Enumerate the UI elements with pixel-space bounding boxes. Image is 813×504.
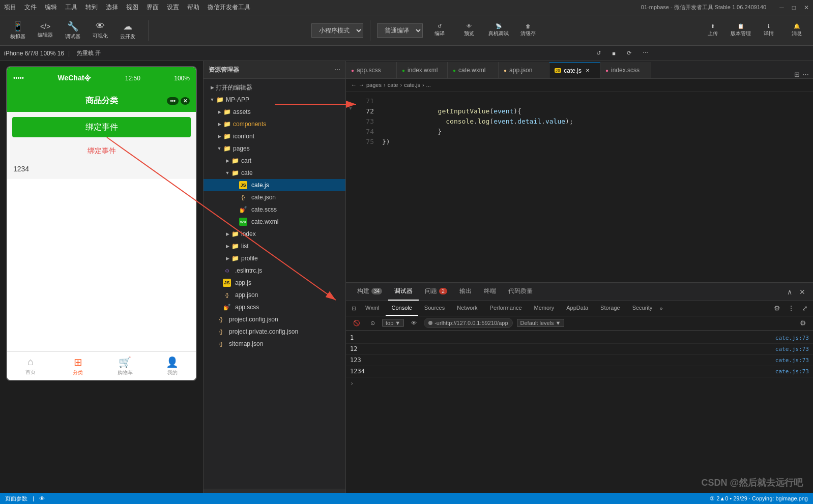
console-src-1[interactable]: cate.js:73: [775, 335, 809, 341]
performance-tab[interactable]: Performance: [484, 301, 528, 316]
quality-tab[interactable]: 代码质量: [502, 283, 539, 301]
menu-item-help[interactable]: 帮助: [187, 3, 199, 12]
cate-folder[interactable]: ▼ 📁 cate: [204, 167, 345, 179]
notification-button[interactable]: 🔔 消息: [785, 18, 808, 43]
build-tab[interactable]: 构建 34: [351, 283, 388, 301]
appdata-tab[interactable]: AppData: [560, 301, 594, 316]
more-devtools-btn[interactable]: »: [659, 305, 662, 311]
breadcrumb-back[interactable]: ←: [351, 82, 357, 88]
pages-folder[interactable]: ▼ 📁 pages: [204, 142, 345, 155]
compile-button[interactable]: ↺ 编译: [427, 18, 452, 43]
app-scss-file[interactable]: 💅 app.scss: [204, 301, 345, 313]
tab-index-scss[interactable]: ● index.scss: [600, 62, 651, 78]
menu-item-edit[interactable]: 编辑: [45, 3, 57, 12]
terminal-tab[interactable]: 终端: [478, 283, 502, 301]
menu-item-wechat[interactable]: 微信开发者工具: [208, 3, 250, 12]
nav-more-dots[interactable]: •••: [167, 97, 179, 105]
preview-button[interactable]: 👁 预览: [456, 18, 482, 43]
security-tab[interactable]: Security: [626, 301, 659, 316]
open-editors-item[interactable]: ▶ 打开的编辑器: [204, 81, 345, 94]
cart-folder[interactable]: ▶ 📁 cart: [204, 155, 345, 167]
sources-tab[interactable]: Sources: [418, 301, 451, 316]
console-gear-icon[interactable]: ⚙: [797, 318, 809, 328]
realtime-button[interactable]: 📡 真机调试: [486, 18, 511, 43]
phone-green-button[interactable]: 绑定事件: [12, 117, 191, 137]
compile-select[interactable]: 普通编译: [377, 23, 423, 38]
upload-button[interactable]: ⬆ 上传: [701, 18, 724, 43]
devtools-collapse-btn[interactable]: ∧: [785, 287, 795, 297]
more-tabs-btn[interactable]: ⋯: [802, 71, 809, 78]
nav-item-cart[interactable]: 🛒 购物车: [102, 352, 149, 380]
window-maximize[interactable]: □: [792, 4, 796, 11]
memory-tab[interactable]: Memory: [528, 301, 561, 316]
menu-item-view[interactable]: 视图: [126, 3, 138, 12]
tab-app-json[interactable]: ● app.json: [499, 62, 549, 78]
console-tab[interactable]: Console: [386, 301, 418, 316]
project-config-file[interactable]: {} project.config.json: [204, 313, 345, 325]
console-src-1234[interactable]: cate.js:73: [775, 368, 809, 375]
tab-app-scss[interactable]: ● app.scss: [346, 62, 397, 78]
devtools-kebab-icon[interactable]: ⋮: [785, 303, 797, 313]
assets-folder[interactable]: ▶ 📁 assets: [204, 106, 345, 118]
fold-icon[interactable]: ▼: [349, 106, 353, 116]
menu-item-select[interactable]: 选择: [106, 3, 118, 12]
cate-scss-file[interactable]: 💅 cate.scss: [204, 203, 345, 216]
devtools-expand-btn[interactable]: ✕: [797, 287, 808, 297]
menu-item-interface[interactable]: 界面: [147, 3, 159, 12]
debugger-button[interactable]: 🔧 调试器: [60, 18, 85, 43]
code-content[interactable]: getInputValue(event){ console.log(event.…: [378, 92, 813, 282]
tab-cate-wxml[interactable]: ● cate.wxml: [448, 62, 499, 78]
eslintrc-file[interactable]: ⚙ .eslintrc.js: [204, 264, 345, 277]
app-js-file[interactable]: JS app.js: [204, 277, 345, 289]
rotate-btn[interactable]: ⟳: [624, 49, 634, 57]
console-input[interactable]: [357, 380, 809, 387]
devtools-settings-icon[interactable]: ⚙: [771, 303, 783, 313]
console-filter-btn[interactable]: ⊙: [367, 319, 378, 328]
nav-item-category[interactable]: ⊞ 分类: [54, 352, 102, 380]
more-tabs-devtools[interactable]: »: [659, 305, 662, 312]
editor-button[interactable]: </> 编辑器: [33, 18, 58, 43]
menu-item-project[interactable]: 项目: [4, 3, 16, 12]
console-src-12[interactable]: cate.js:73: [775, 346, 809, 352]
tab-cate-js[interactable]: JS cate.js ✕: [549, 62, 600, 78]
split-editor-btn[interactable]: ⊞: [794, 71, 800, 78]
nav-item-mine[interactable]: 👤 我的: [149, 352, 196, 380]
details-button[interactable]: ℹ 详情: [757, 18, 780, 43]
issues-tab[interactable]: 问题 2: [419, 283, 453, 301]
devtools-undock-icon[interactable]: ⤢: [799, 303, 810, 313]
list-folder[interactable]: ▶ 📁 list: [204, 240, 345, 252]
debugger-tab[interactable]: 调试器: [388, 283, 419, 301]
mode-select[interactable]: 小程序模式: [311, 23, 363, 38]
nav-item-home[interactable]: ⌂ 首页: [7, 352, 54, 380]
tab-close-icon[interactable]: ✕: [584, 67, 591, 74]
status-view-icon[interactable]: 👁: [39, 495, 45, 501]
window-minimize[interactable]: ─: [779, 4, 784, 11]
refresh-btn[interactable]: ↺: [593, 49, 604, 57]
breadcrumb-forward[interactable]: →: [359, 82, 364, 88]
menu-item-tools[interactable]: 工具: [65, 3, 77, 12]
wxml-tab[interactable]: Wxml: [359, 301, 386, 316]
output-tab[interactable]: 输出: [453, 283, 478, 301]
hotreload-btn[interactable]: 热重载 开: [74, 48, 104, 58]
more-btn[interactable]: ⋯: [640, 49, 651, 57]
top-selector[interactable]: top ▼: [382, 319, 404, 327]
visual-button[interactable]: 👁 可视化: [88, 18, 113, 43]
stop-btn[interactable]: ■: [609, 49, 619, 57]
cate-json-file[interactable]: {} cate.json: [204, 191, 345, 203]
cate-js-file[interactable]: JS cate.js: [204, 179, 345, 191]
console-clear-btn[interactable]: 🚫: [350, 319, 363, 328]
storage-tab[interactable]: Storage: [594, 301, 626, 316]
cate-wxml-file[interactable]: WX cate.wxml: [204, 216, 345, 228]
devtools-inspect-btn[interactable]: ⊡: [349, 305, 359, 312]
network-tab[interactable]: Network: [451, 301, 483, 316]
project-root[interactable]: ▼ 📁 MP-APP: [204, 94, 345, 106]
window-close[interactable]: ✕: [804, 4, 809, 11]
iconfont-folder[interactable]: ▶ 📁 iconfont: [204, 130, 345, 142]
console-eye-btn[interactable]: 👁: [408, 319, 420, 327]
default-levels-selector[interactable]: Default levels ▼: [517, 319, 565, 327]
cloud-button[interactable]: ☁ 云开发: [115, 18, 140, 43]
nav-more-close[interactable]: ✕: [181, 97, 190, 105]
console-src-123[interactable]: cate.js:73: [775, 357, 809, 364]
version-button[interactable]: 📋 版本管理: [729, 18, 752, 43]
profile-folder[interactable]: ▶ 📁 profile: [204, 252, 345, 264]
